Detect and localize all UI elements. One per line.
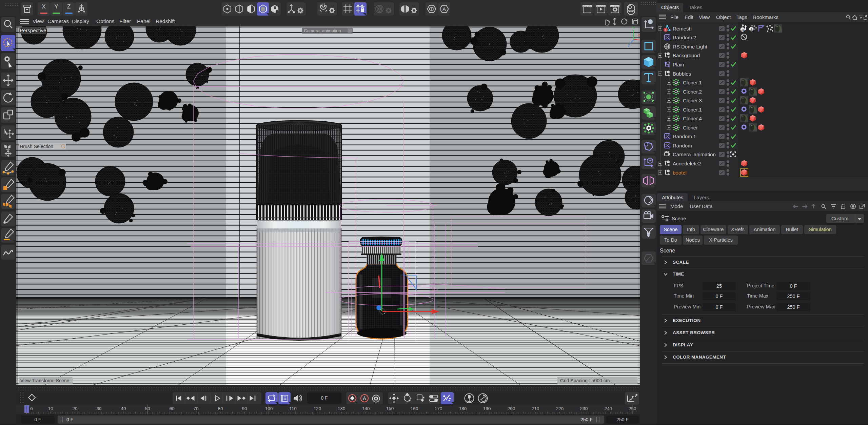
- svg-text:Perspective: Perspective: [20, 27, 46, 33]
- svg-text:Grid Spacing : 5000 cm: Grid Spacing : 5000 cm: [560, 378, 610, 383]
- svg-text:30: 30: [96, 406, 101, 411]
- svg-text:a: a: [665, 28, 667, 32]
- svg-text:180: 180: [459, 406, 467, 411]
- svg-text:190: 190: [483, 406, 491, 411]
- svg-text:110: 110: [289, 406, 297, 411]
- svg-text:Y: Y: [632, 26, 635, 30]
- svg-text:140: 140: [362, 406, 370, 411]
- svg-text:a: a: [742, 27, 744, 32]
- svg-text:20: 20: [72, 406, 77, 411]
- svg-text:120: 120: [314, 406, 321, 411]
- svg-text:160: 160: [411, 406, 418, 411]
- svg-text:View Transform: Scene: View Transform: Scene: [20, 378, 70, 383]
- svg-text:A: A: [442, 6, 446, 12]
- svg-text:a: a: [750, 27, 753, 32]
- svg-text:130: 130: [338, 406, 346, 411]
- svg-text:80: 80: [218, 406, 223, 411]
- svg-text:220: 220: [556, 406, 564, 411]
- svg-text:0: 0: [30, 406, 33, 411]
- svg-text:90: 90: [242, 406, 247, 411]
- svg-text:70: 70: [193, 406, 198, 411]
- svg-text:X: X: [638, 34, 640, 37]
- svg-text:Z: Z: [628, 44, 630, 48]
- svg-text:170: 170: [435, 406, 442, 411]
- svg-text:240: 240: [605, 406, 612, 411]
- svg-text:40: 40: [121, 406, 126, 411]
- svg-text:210: 210: [532, 406, 539, 411]
- svg-text:60: 60: [169, 406, 174, 411]
- svg-text:Camera_animation: Camera_animation: [304, 28, 341, 33]
- svg-text:10: 10: [48, 406, 53, 411]
- svg-text:230: 230: [580, 406, 588, 411]
- svg-text:Brush Selection: Brush Selection: [20, 144, 53, 149]
- svg-text:A: A: [363, 396, 366, 401]
